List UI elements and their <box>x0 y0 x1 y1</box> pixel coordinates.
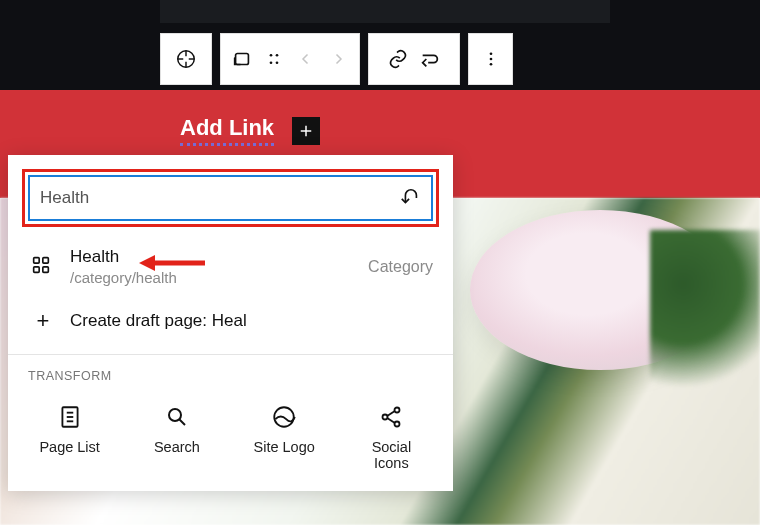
category-grid-icon <box>30 254 56 280</box>
add-link-label[interactable]: Add Link <box>180 115 274 146</box>
result-text-block: Health /category/health <box>70 247 368 286</box>
search-icon <box>163 403 191 431</box>
svg-point-26 <box>395 408 400 413</box>
link-icon[interactable] <box>385 46 411 72</box>
svg-rect-16 <box>43 257 49 263</box>
navigation-block-icon <box>173 46 199 72</box>
result-title: Health <box>70 247 368 267</box>
plant-photo-element <box>650 230 760 410</box>
transform-label: Search <box>154 439 200 455</box>
svg-point-8 <box>270 61 273 64</box>
add-block-button[interactable] <box>292 117 320 145</box>
transform-search[interactable]: Search <box>123 397 230 477</box>
svg-rect-15 <box>34 257 40 263</box>
page-list-icon <box>56 403 84 431</box>
site-logo-icon <box>270 403 298 431</box>
svg-point-6 <box>270 54 273 57</box>
svg-point-11 <box>489 58 492 61</box>
svg-rect-18 <box>43 266 49 272</box>
create-draft-option[interactable]: + Create draft page: Heal <box>8 296 453 350</box>
transform-heading: TRANSFORM <box>8 369 453 397</box>
search-field-wrapper <box>28 175 433 221</box>
plus-icon: + <box>30 308 56 334</box>
annotation-highlight-box <box>22 169 439 227</box>
transform-social-icons[interactable]: Social Icons <box>338 397 445 477</box>
toolbar-group-selection <box>220 33 360 85</box>
submenu-icon[interactable] <box>417 46 443 72</box>
share-icon <box>377 403 405 431</box>
inner-block-preview <box>160 0 610 23</box>
svg-line-29 <box>388 411 396 416</box>
link-search-input[interactable] <box>40 188 399 208</box>
transform-label: Page List <box>39 439 99 455</box>
result-type: Category <box>368 258 433 276</box>
transform-label: Social Icons <box>372 439 412 471</box>
move-left-icon[interactable] <box>293 46 319 72</box>
select-parent-icon[interactable] <box>229 46 255 72</box>
block-toolbar <box>160 33 513 85</box>
svg-line-30 <box>388 418 396 423</box>
block-type-button[interactable] <box>160 33 212 85</box>
options-button[interactable] <box>468 33 513 85</box>
svg-point-27 <box>383 415 388 420</box>
drag-handle-icon[interactable] <box>261 46 287 72</box>
divider <box>8 354 453 355</box>
result-path: /category/health <box>70 269 368 286</box>
svg-point-28 <box>395 422 400 427</box>
create-draft-label: Create draft page: Heal <box>70 311 247 331</box>
svg-point-7 <box>276 54 279 57</box>
svg-point-9 <box>276 61 279 64</box>
transform-options: Page List Search Site Logo Social Icons <box>8 397 453 483</box>
svg-point-23 <box>169 409 181 421</box>
transform-page-list[interactable]: Page List <box>16 397 123 477</box>
svg-point-10 <box>489 52 492 55</box>
svg-line-24 <box>179 420 185 426</box>
more-vertical-icon <box>478 46 504 72</box>
svg-point-12 <box>489 63 492 66</box>
submit-icon[interactable] <box>399 187 421 209</box>
link-popover: Health /category/health Category + Creat… <box>8 155 453 491</box>
transform-site-logo[interactable]: Site Logo <box>231 397 338 477</box>
search-result-item[interactable]: Health /category/health Category <box>8 237 453 296</box>
nav-item-placeholder: Add Link <box>180 115 320 146</box>
svg-rect-5 <box>236 54 249 65</box>
toolbar-group-link <box>368 33 460 85</box>
svg-rect-17 <box>34 266 40 272</box>
transform-label: Site Logo <box>253 439 314 455</box>
move-right-icon[interactable] <box>325 46 351 72</box>
